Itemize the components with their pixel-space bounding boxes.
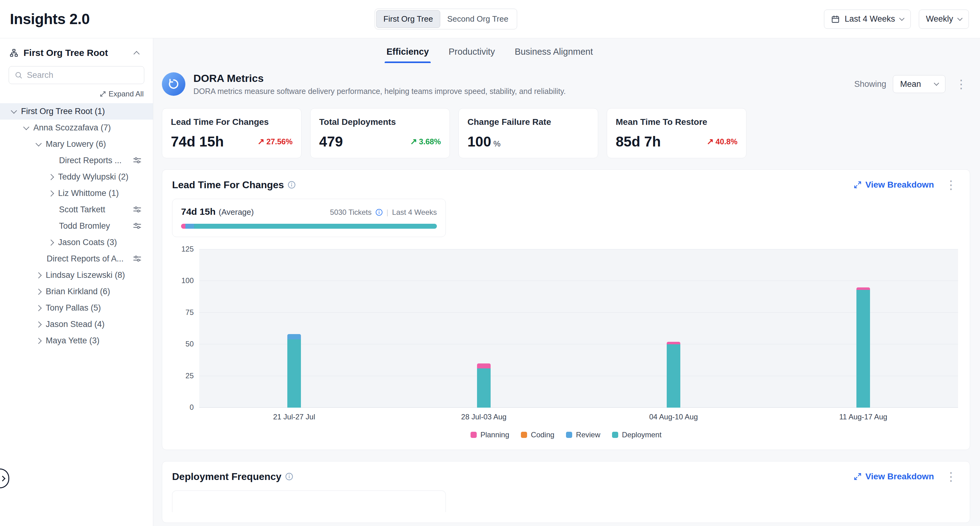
dora-metrics-icon xyxy=(162,72,185,96)
org-tree-sidebar: First Org Tree Root Expand All First Org… xyxy=(0,38,153,526)
y-axis-label: 75 xyxy=(185,308,194,317)
chevron-down-icon[interactable] xyxy=(11,108,17,114)
tree-item[interactable]: Jason Coats (3) xyxy=(0,234,153,251)
bar-segment-planning[interactable] xyxy=(477,363,491,368)
toggle-first-org-tree[interactable]: First Org Tree xyxy=(376,10,440,28)
chevron-down-icon[interactable] xyxy=(23,124,29,130)
deployment-frequency-kebab-menu-icon[interactable]: ⋮ xyxy=(942,471,960,483)
bar-segment-deployment[interactable] xyxy=(477,368,491,408)
y-axis: 0255075100125 xyxy=(172,249,194,408)
metric-card: Mean Time To Restore85d 7h↗40.8% xyxy=(607,108,746,158)
chevron-right-icon[interactable] xyxy=(35,272,42,279)
gridline xyxy=(199,407,958,408)
tree-item-label: Direct Reports of A... xyxy=(47,254,124,264)
legend-item-coding[interactable]: Coding xyxy=(521,430,554,439)
tab-business-alignment[interactable]: Business Alignment xyxy=(513,40,595,64)
calendar-icon xyxy=(831,15,840,24)
tree-item[interactable]: Todd Bromley xyxy=(0,218,153,234)
bar-04-aug-10-aug[interactable] xyxy=(667,342,680,408)
bar-segment-deployment[interactable] xyxy=(667,344,680,408)
tree-item-label: Mary Lowery (6) xyxy=(46,139,106,149)
gridline xyxy=(199,376,958,376)
expand-icon xyxy=(99,91,106,97)
tree-item[interactable]: Tony Pallas (5) xyxy=(0,300,153,316)
bar-segment-planning[interactable] xyxy=(667,342,680,344)
tab-efficiency[interactable]: Efficiency xyxy=(385,40,431,64)
tree-item[interactable]: Direct Reports of A... xyxy=(0,251,153,267)
lead-time-section: Lead Time For Changes xyxy=(162,169,970,450)
tree-item[interactable]: Teddy Wylupski (2) xyxy=(0,169,153,185)
chevron-down-icon[interactable] xyxy=(35,140,42,147)
search-input[interactable] xyxy=(27,70,138,80)
filter-icon[interactable] xyxy=(132,222,142,231)
metric-card-delta: ↗40.8% xyxy=(706,137,737,147)
tree-item-label: Lindsay Liszewski (8) xyxy=(46,270,125,280)
deployment-frequency-summary-card xyxy=(172,491,446,512)
deployment-frequency-view-breakdown-button[interactable]: View Breakdown xyxy=(854,472,934,481)
chevron-right-icon[interactable] xyxy=(35,321,42,328)
toggle-second-org-tree[interactable]: Second Org Tree xyxy=(440,10,515,28)
gridline xyxy=(199,249,958,249)
bar-segment-review[interactable] xyxy=(287,334,301,339)
lead-time-chart: 0255075100125 21 Jul-27 Jul28 Jul-03 Aug… xyxy=(172,249,960,439)
chevron-right-icon[interactable] xyxy=(48,239,54,246)
metric-card-title: Change Failure Rate xyxy=(468,117,589,127)
x-axis-label: 28 Jul-03 Aug xyxy=(461,413,507,421)
showing-dropdown[interactable]: Mean xyxy=(893,75,945,93)
chevron-right-icon[interactable] xyxy=(35,305,42,311)
granularity-dropdown-value: Weekly xyxy=(926,14,953,24)
tree-item[interactable]: Brian Kirkland (6) xyxy=(0,284,153,300)
tree-item[interactable]: Lindsay Liszewski (8) xyxy=(0,267,153,284)
chevron-right-icon[interactable] xyxy=(48,174,54,180)
period-dropdown[interactable]: Last 4 Weeks xyxy=(824,10,911,29)
granularity-dropdown[interactable]: Weekly xyxy=(919,10,969,29)
legend-item-deployment[interactable]: Deployment xyxy=(612,430,662,439)
info-icon[interactable] xyxy=(285,473,293,481)
tree-item[interactable]: Scott Tarkett xyxy=(0,201,153,218)
chevron-right-icon[interactable] xyxy=(35,338,42,344)
metric-card-delta-value: 3.68% xyxy=(419,137,441,146)
tree-item[interactable]: First Org Tree Root (1) xyxy=(0,103,153,120)
trend-up-arrow-icon: ↗ xyxy=(706,137,714,147)
metric-card-title: Mean Time To Restore xyxy=(616,117,737,127)
lead-time-kebab-menu-icon[interactable]: ⋮ xyxy=(942,179,960,191)
tree-item[interactable]: Mary Lowery (6) xyxy=(0,136,153,152)
chevron-right-icon[interactable] xyxy=(35,289,42,295)
y-axis-label: 100 xyxy=(181,276,194,285)
tree-item[interactable]: Maya Yette (3) xyxy=(0,333,153,349)
tree-item[interactable]: Anna Scozzafava (7) xyxy=(0,120,153,136)
expand-all-button[interactable]: Expand All xyxy=(0,84,153,101)
expand-breakdown-icon xyxy=(854,473,862,481)
main-content: DORA Metrics DORA metrics measure softwa… xyxy=(153,72,980,523)
info-icon[interactable] xyxy=(288,181,296,189)
filter-icon[interactable] xyxy=(132,254,142,264)
tree-item[interactable]: Jason Stead (4) xyxy=(0,316,153,333)
lead-time-actions: View Breakdown ⋮ xyxy=(854,179,960,191)
legend-item-planning[interactable]: Planning xyxy=(471,430,509,439)
tree-item-label: Anna Scozzafava (7) xyxy=(33,123,111,132)
dora-kebab-menu-icon[interactable]: ⋮ xyxy=(952,78,970,90)
chevron-right-icon[interactable] xyxy=(48,190,54,196)
legend-item-review[interactable]: Review xyxy=(566,430,600,439)
tree-item-label: Todd Bromley xyxy=(59,221,110,231)
info-icon[interactable] xyxy=(375,209,383,216)
period-dropdown-value: Last 4 Weeks xyxy=(845,14,895,24)
metric-card: Change Failure Rate100 % xyxy=(458,108,598,158)
bar-segment-deployment[interactable] xyxy=(287,340,301,408)
lead-time-view-breakdown-button[interactable]: View Breakdown xyxy=(854,180,934,190)
bar-21-jul-27-jul[interactable] xyxy=(287,334,301,408)
bar-segment-planning[interactable] xyxy=(856,287,870,290)
tree-item[interactable]: Liz Whittome (1) xyxy=(0,185,153,201)
chevron-up-icon[interactable] xyxy=(134,51,140,57)
tab-productivity[interactable]: Productivity xyxy=(447,40,497,64)
bar-11-aug-17-aug[interactable] xyxy=(856,287,870,408)
metric-card-delta: ↗3.68% xyxy=(410,137,441,147)
filter-icon[interactable] xyxy=(132,156,142,165)
filter-icon[interactable] xyxy=(132,205,142,215)
bar-28-jul-03-aug[interactable] xyxy=(477,363,491,408)
tree-item[interactable]: Direct Reports ... xyxy=(0,152,153,169)
topbar-controls: Last 4 Weeks Weekly xyxy=(824,10,969,29)
sidebar-search[interactable] xyxy=(9,66,144,84)
dora-header: DORA Metrics DORA metrics measure softwa… xyxy=(162,72,970,96)
bar-segment-deployment[interactable] xyxy=(856,290,870,408)
